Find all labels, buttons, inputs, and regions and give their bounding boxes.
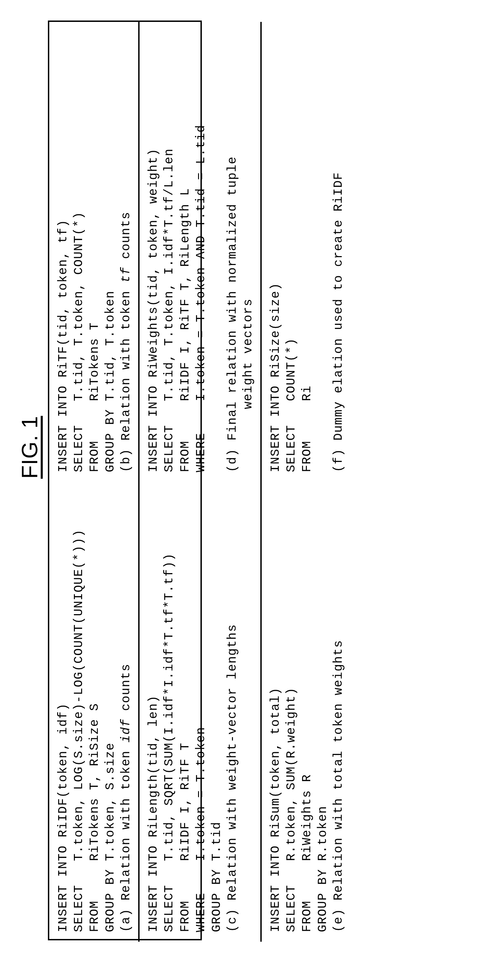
figure-label: FIG. 1 bbox=[17, 416, 42, 479]
code-line: SELECT T.token, LOG(S.size)-LOG(COUNT(UN… bbox=[72, 529, 86, 932]
code-line: GROUP BY T.tid bbox=[210, 822, 224, 932]
code-line: FROM RiIDF I, RiTF T, RiLength L bbox=[178, 188, 192, 472]
code-line: SELECT COUNT(*) bbox=[284, 338, 298, 472]
caption-f: (f) Dummy elation used to create RiIDF bbox=[331, 172, 345, 472]
caption-text: (b) Relation with token bbox=[119, 283, 133, 472]
row-2: INSERT INTO RiLength(tid, len) SELECT T.… bbox=[140, 22, 262, 942]
code-line: GROUP BY T.token, S.size bbox=[103, 743, 117, 932]
code-line: WHERE I.token = T.token bbox=[194, 727, 208, 932]
caption-text: counts bbox=[119, 212, 133, 267]
row-3: INSERT INTO RiSum(token, total) SELECT R… bbox=[262, 22, 351, 942]
caption-text: (a) Relation with token bbox=[119, 743, 133, 932]
caption-c: (c) Relation with weight-vector lengths bbox=[226, 624, 239, 932]
caption-e: (e) Relation with total token weights bbox=[331, 640, 345, 932]
caption-a: (a) Relation with token idf counts bbox=[119, 663, 133, 932]
caption-italic: tf bbox=[119, 267, 133, 282]
code-line: INSERT INTO RiLength(tid, len) bbox=[146, 695, 161, 932]
code-line: GROUP BY R.token bbox=[316, 806, 330, 932]
code-line: INSERT INTO RiIDF(token, idf) bbox=[56, 703, 70, 932]
row-1: INSERT INTO RiIDF(token, idf) SELECT T.t… bbox=[49, 22, 140, 942]
block-f: INSERT INTO RiSize(size) SELECT COUNT(*)… bbox=[262, 22, 351, 482]
code-line: INSERT INTO RiWeights(tid, token, weight… bbox=[146, 148, 161, 472]
code-line: SELECT R.token, SUM(R.weight) bbox=[284, 687, 298, 932]
caption-d-line1: (d) Final relation with normalized tuple bbox=[226, 156, 239, 472]
code-line: FROM RiWeights R bbox=[300, 774, 314, 932]
block-c: INSERT INTO RiLength(tid, len) SELECT T.… bbox=[140, 482, 260, 942]
code-line: INSERT INTO RiSize(size) bbox=[269, 283, 283, 472]
block-a: INSERT INTO RiIDF(token, idf) SELECT T.t… bbox=[49, 482, 138, 942]
code-line: FROM RiTokens T bbox=[88, 322, 102, 472]
caption-italic: idf bbox=[119, 719, 133, 742]
code-line: FROM RiTokens T, RiSize S bbox=[88, 703, 102, 932]
code-line: SELECT T.tid, SQRT(SUM(I.idf*I.idf*T.tf*… bbox=[162, 553, 176, 932]
caption-b: (b) Relation with token tf counts bbox=[119, 212, 133, 472]
code-line: INSERT INTO RiTF(tid, token, tf) bbox=[56, 220, 70, 472]
code-line: SELECT T.tid, T.token, I.idf*T.tf/L.len bbox=[162, 148, 176, 472]
caption-d-line2: weight vectors bbox=[241, 299, 255, 472]
code-line: GROUP BY T.tid, T.token bbox=[103, 291, 117, 472]
code-line: WHERE I.token = T.token AND T.tid = L.ti… bbox=[194, 124, 208, 472]
block-e: INSERT INTO RiSum(token, total) SELECT R… bbox=[262, 482, 351, 942]
code-line: FROM Ri bbox=[300, 385, 314, 472]
block-d: INSERT INTO RiWeights(tid, token, weight… bbox=[140, 22, 260, 482]
code-line bbox=[316, 465, 330, 472]
code-line: SELECT T.tid, T.token, COUNT(*) bbox=[72, 212, 86, 472]
code-line: INSERT INTO RiSum(token, total) bbox=[269, 687, 283, 932]
caption-text: counts bbox=[119, 663, 133, 719]
code-line: FROM RiIDF I, RiTF T bbox=[178, 743, 192, 932]
figure-content-rotated: INSERT INTO RiIDF(token, idf) SELECT T.t… bbox=[49, 22, 203, 942]
figure-frame: INSERT INTO RiIDF(token, idf) SELECT T.t… bbox=[48, 21, 202, 940]
block-b: INSERT INTO RiTF(tid, token, tf) SELECT … bbox=[49, 22, 138, 482]
